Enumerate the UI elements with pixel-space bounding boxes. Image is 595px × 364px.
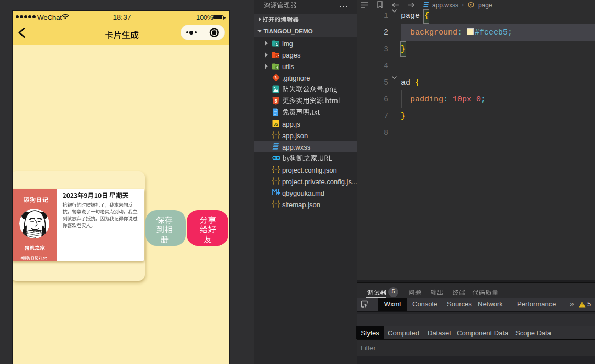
svg-text:5: 5	[275, 98, 277, 104]
svg-text:JS: JS	[274, 122, 278, 126]
